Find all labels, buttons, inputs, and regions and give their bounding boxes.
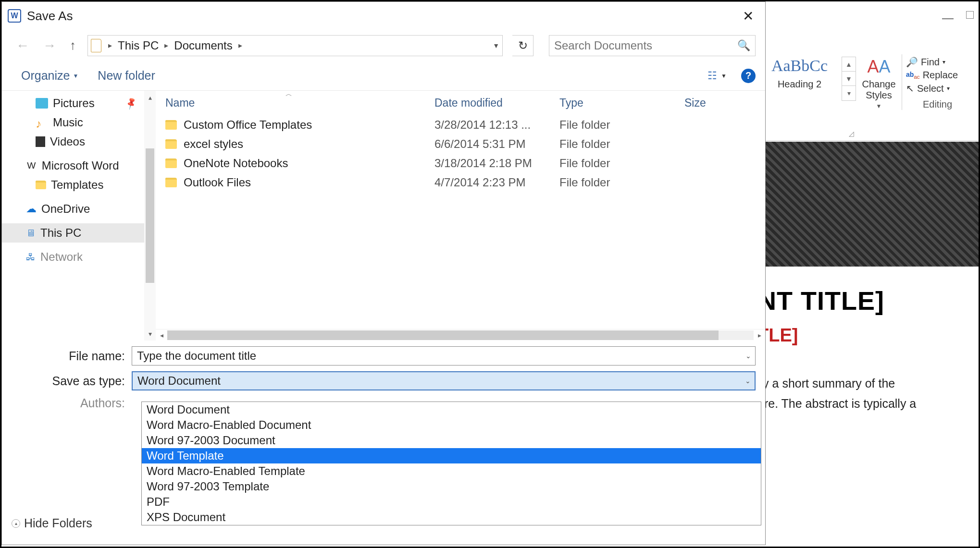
view-options-dropdown-icon[interactable]: ▼ <box>721 73 727 79</box>
type-option[interactable]: Word Macro-Enabled Document <box>142 417 761 433</box>
breadcrumb-seg-documents[interactable]: Documents <box>171 39 235 52</box>
type-option[interactable]: Word 97-2003 Template <box>142 479 761 494</box>
organize-button[interactable]: Organize▼ <box>21 69 78 83</box>
navigation-tree: Pictures ♪Music Videos WMicrosoft Word T… <box>2 91 156 341</box>
scroll-thumb[interactable] <box>167 330 719 340</box>
folder-icon <box>165 120 177 130</box>
scroll-thumb[interactable] <box>146 148 154 283</box>
filename-input[interactable]: Type the document title⌄ <box>132 346 756 365</box>
tree-item-msword[interactable]: WMicrosoft Word <box>2 156 156 175</box>
scroll-up-icon[interactable]: ▴ <box>144 91 156 104</box>
column-header-size[interactable]: Size <box>684 97 732 110</box>
file-name-text: OneNote Notebooks <box>184 157 288 170</box>
tree-item-music[interactable]: ♪Music <box>2 113 156 132</box>
file-list-header[interactable]: ︿ Name Date modified Type Size <box>156 91 765 115</box>
file-list: Custom Office Templates3/28/2014 12:13 .… <box>156 115 765 329</box>
tree-item-network[interactable]: 🖧Network <box>2 247 156 267</box>
chevron-right-icon[interactable]: ▸ <box>105 41 115 50</box>
column-header-date[interactable]: Date modified <box>434 97 559 110</box>
chevron-down-icon[interactable]: ⌄ <box>745 377 751 385</box>
saveas-type-dropdown[interactable]: Word DocumentWord Macro-Enabled Document… <box>141 402 761 525</box>
folder-icon <box>165 139 177 149</box>
file-type-text: File folder <box>559 118 684 132</box>
document-subtitle-text: TLE] <box>757 325 979 346</box>
select-button[interactable]: ↖Select▾ <box>906 83 969 94</box>
find-button[interactable]: 🔎Find▾ <box>906 56 969 68</box>
search-input[interactable] <box>554 39 737 52</box>
chevron-right-icon[interactable]: ▸ <box>236 41 245 50</box>
type-option[interactable]: Word 97-2003 Document <box>142 433 761 448</box>
scroll-right-icon[interactable]: ▸ <box>754 331 765 339</box>
tree-item-videos[interactable]: Videos <box>2 132 156 151</box>
document-body-line2: ere. The abstract is typically a <box>757 395 979 413</box>
type-option[interactable]: Word Macro-Enabled Template <box>142 463 761 479</box>
breadcrumb-bar[interactable]: ▸ This PC ▸ Documents ▸ ▼ <box>87 35 503 56</box>
styles-dialog-launcher-icon[interactable]: ◿ <box>849 130 854 137</box>
collapse-caret-icon: ▴ <box>12 519 20 528</box>
help-button[interactable]: ? <box>741 69 756 83</box>
change-styles-button[interactable]: AA Change Styles ▼ <box>856 54 902 112</box>
new-folder-button[interactable]: New folder <box>98 69 155 83</box>
file-row[interactable]: Outlook Files4/7/2014 2:23 PMFile folder <box>156 173 765 192</box>
dialog-titlebar[interactable]: W Save As ✕ <box>2 2 765 30</box>
file-date-text: 4/7/2014 2:23 PM <box>434 176 559 189</box>
type-option[interactable]: Word Template <box>142 448 761 463</box>
editing-group-label: Editing <box>906 99 969 110</box>
tree-item-thispc[interactable]: 🖥This PC <box>2 223 156 243</box>
hide-folders-button[interactable]: ▴ Hide Folders <box>12 516 92 530</box>
view-options-icon[interactable]: ☷ <box>707 70 717 82</box>
nav-back-button[interactable]: ← <box>14 36 31 55</box>
search-box[interactable]: 🔍 <box>549 35 756 56</box>
file-name-text: excel styles <box>184 137 243 151</box>
dialog-title-text: Save As <box>27 9 737 24</box>
authors-label: Authors: <box>21 396 132 410</box>
file-name-text: Outlook Files <box>184 176 251 189</box>
file-row[interactable]: OneNote Notebooks3/18/2014 2:18 PMFile f… <box>156 154 765 173</box>
style-name-label: Heading 2 <box>757 79 842 90</box>
file-type-text: File folder <box>559 157 684 170</box>
type-option[interactable]: XPS Document <box>142 510 761 525</box>
file-row[interactable]: Custom Office Templates3/28/2014 12:13 .… <box>156 115 765 134</box>
breadcrumb-dropdown-icon[interactable]: ▼ <box>493 42 499 49</box>
document-body-line1: lly a short summary of the <box>757 375 979 393</box>
chevron-down-icon[interactable]: ⌄ <box>745 352 751 360</box>
style-preview-text: AaBbCc <box>757 57 842 75</box>
horizontal-scrollbar[interactable]: ◂ ▸ <box>156 329 765 341</box>
saveas-type-select[interactable]: Word Document⌄ <box>132 371 756 390</box>
save-as-dialog: W Save As ✕ ← → ↑ ▸ This PC ▸ Documents … <box>1 1 766 545</box>
style-gallery-scroller[interactable]: ▲▼▾ <box>842 57 856 101</box>
folder-icon <box>165 178 177 187</box>
refresh-button[interactable]: ↻ <box>512 35 533 56</box>
search-icon[interactable]: 🔍 <box>737 39 750 52</box>
tree-item-pictures[interactable]: Pictures <box>2 94 156 113</box>
file-date-text: 3/28/2014 12:13 ... <box>434 118 559 132</box>
sort-indicator-icon: ︿ <box>285 90 292 98</box>
nav-forward-button[interactable]: → <box>41 36 58 55</box>
document-title-text: NT TITLE] <box>757 286 979 316</box>
word-app-icon: W <box>8 9 21 23</box>
scroll-down-icon[interactable]: ▾ <box>144 327 156 341</box>
word-background-window: — AaBbCc Heading 2 ▲▼▾ AA Change Styles … <box>757 1 979 547</box>
type-option[interactable]: Word Document <box>142 402 761 417</box>
column-header-type[interactable]: Type <box>559 97 684 110</box>
nav-up-button[interactable]: ↑ <box>68 36 78 55</box>
bg-maximize-button[interactable] <box>966 11 974 19</box>
scroll-left-icon[interactable]: ◂ <box>156 331 167 339</box>
document-header-image <box>757 142 979 267</box>
tree-scrollbar[interactable]: ▴ ▾ <box>144 91 156 341</box>
type-option[interactable]: PDF <box>142 494 761 510</box>
filename-label: File name: <box>21 349 132 363</box>
close-button[interactable]: ✕ <box>737 6 759 26</box>
style-gallery-item[interactable]: AaBbCc Heading 2 <box>757 54 842 92</box>
replace-button[interactable]: abacReplace <box>906 70 969 81</box>
file-type-text: File folder <box>559 176 684 189</box>
chevron-right-icon[interactable]: ▸ <box>161 41 171 50</box>
breadcrumb-seg-thispc[interactable]: This PC <box>115 39 161 52</box>
file-row[interactable]: excel styles6/6/2014 5:31 PMFile folder <box>156 134 765 154</box>
bg-minimize-button[interactable]: — <box>942 11 952 21</box>
breadcrumb-root-icon <box>91 39 101 52</box>
column-header-name[interactable]: Name <box>156 97 434 110</box>
tree-item-templates[interactable]: Templates <box>2 175 156 195</box>
tree-item-onedrive[interactable]: ☁OneDrive <box>2 199 156 219</box>
saveas-type-label: Save as type: <box>21 374 132 388</box>
